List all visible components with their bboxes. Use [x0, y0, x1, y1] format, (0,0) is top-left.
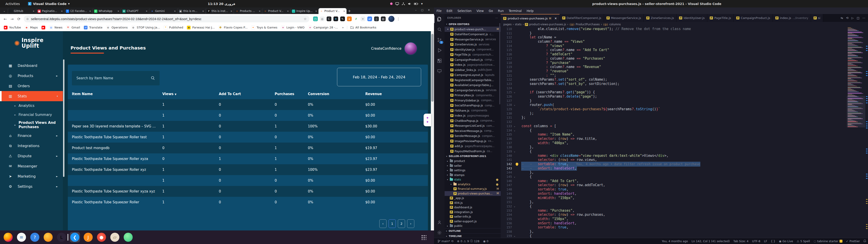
problems-indicator[interactable]: ⊗0 ⚠9 ⓘ128 [455, 239, 481, 243]
code-line[interactable]: 159⌄ { [501, 234, 868, 238]
dock-document-viewer[interactable]: ≡ [16, 232, 27, 242]
tree-item--app-js[interactable]: JS_app.js [445, 196, 501, 201]
menu-go[interactable]: Go [486, 9, 495, 13]
browser-tab[interactable]: f(2) Facebo...✕ [64, 8, 92, 14]
browser-tab[interactable]: Pthis is inst...✕ [206, 8, 234, 14]
breadcrumb-item[interactable]: pages [503, 23, 512, 26]
browser-tab[interactable]: ▣this is m...✕ [177, 8, 206, 14]
breadcrumb-item[interactable]: ProductPurchases [576, 23, 600, 26]
code-line[interactable]: 120 ? "revenue" [501, 69, 868, 73]
bookmark-item[interactable]: ◍STOP Using Ja... [131, 26, 160, 30]
tab-close-icon[interactable]: ✕ [174, 10, 176, 12]
bookmark-item[interactable]: ▤News [49, 26, 62, 30]
project-header[interactable]: SELLER-STOREFRONT-2021 [449, 155, 486, 158]
code-line[interactable]: 144 }, [501, 170, 868, 175]
bookmark-item[interactable]: ▶YouTube [4, 26, 21, 30]
sidebar-item-dispute[interactable]: ⚠Dispute► [0, 151, 63, 161]
fold-icon[interactable]: ⌄ [514, 103, 515, 107]
code-line[interactable]: 111 } [501, 31, 868, 35]
bookmark-item[interactable]: ☻Flavio Copes P... [218, 26, 248, 30]
code-editor[interactable]: 110 ele.classList.remove("view-request")… [501, 27, 868, 238]
open-editor-item[interactable]: JSImagePreviewPopup.jsco... [445, 139, 501, 144]
dock-firefox[interactable] [3, 232, 13, 242]
sidebar-subitem[interactable]: Analytics [0, 101, 63, 110]
menu-run[interactable]: Run [495, 9, 506, 13]
timeline-header[interactable]: TIMELINE [449, 235, 462, 238]
breadcrumb[interactable]: pages›stats›JSproduct-views-purchases.js… [501, 22, 868, 27]
editor-tab[interactable]: JSZoneServices.js [644, 14, 677, 22]
picker-ext[interactable]: + [361, 17, 365, 21]
table-row[interactable]: Plastic Toothpaste Tube Squeezer Roller … [68, 164, 428, 175]
column-header[interactable]: Add To Cart [219, 92, 275, 96]
editor-tab[interactable]: JSindex.js.../inventory [773, 14, 811, 22]
status-go-live[interactable]: ◉Go Live [777, 240, 795, 243]
all-bookmarks-button[interactable]: All Bookmarks [347, 26, 376, 29]
tree-item-stamps[interactable]: ▸stamps [445, 173, 501, 177]
maximize-button[interactable]: ▢ [421, 8, 423, 11]
code-line[interactable]: 113 column?.name == "Views" [501, 39, 868, 44]
code-line[interactable]: 116 ? "addToCart" [501, 52, 868, 57]
code-line[interactable]: 138 }, [501, 145, 868, 149]
system-tray[interactable]: ▼ [390, 0, 423, 7]
dock-files[interactable]: ▱ [110, 232, 120, 242]
dock-rhythmbox[interactable] [43, 232, 53, 242]
table-row[interactable]: 1000%$0.00 [68, 99, 428, 110]
editor-tab[interactable]: JSproduct-views-purchases.jsM✕ [501, 14, 560, 22]
open-editor-item[interactable]: JSDateFilterComponent.jsc... [445, 32, 501, 37]
code-line[interactable]: 134⌄ { [501, 128, 868, 133]
overview-ruler[interactable] [865, 27, 868, 238]
code-line[interactable]: 157 sortable: true, [501, 225, 868, 230]
tab-close-icon[interactable]: ✕ [33, 10, 35, 12]
page-button-2[interactable]: 2 [398, 219, 405, 228]
scrollbar-thumb[interactable] [431, 34, 434, 102]
tab-close-icon[interactable]: ✕ [230, 10, 232, 12]
profile-avatar[interactable] [388, 16, 395, 22]
reader-ext[interactable]: ▤ [381, 17, 385, 21]
site-settings-icon[interactable]: ⊙ [26, 18, 29, 21]
code-line[interactable]: 123 searchParams?.set("sort_by", sortDir… [501, 82, 868, 86]
tree-item-dashboard-js[interactable]: JSdashboard.js [445, 205, 501, 210]
status--[interactable]: { } [769, 240, 777, 243]
tab-close-icon[interactable]: ✕ [118, 10, 119, 12]
menu-edit[interactable]: Edit [444, 9, 455, 13]
sidebar-item-finance[interactable]: ⌂Finance► [0, 130, 63, 141]
code-line[interactable]: 118 ? "purchase" [501, 61, 868, 65]
column-header[interactable]: Views ▼ [162, 92, 219, 96]
code-line[interactable]: 132 [501, 120, 868, 124]
sidebar-item-settings[interactable]: ⚙Settings► [0, 181, 63, 191]
code-line[interactable]: 114 ? "views" [501, 44, 868, 48]
code-line[interactable]: 122 searchParams?.set("sort_of", colName… [501, 78, 868, 82]
address-bar[interactable]: ⊙ sellercentral.itdeptiu.com/stats/produ… [24, 16, 309, 22]
status-lf[interactable]: LF [762, 240, 769, 243]
fold-icon[interactable]: ⌄ [514, 175, 515, 179]
code-line[interactable]: 119 : column?.name == "Revenue" [501, 65, 868, 69]
tree-item-404-js[interactable]: JS404.js [445, 201, 501, 205]
settings-gear-icon[interactable] [434, 227, 445, 238]
clock[interactable]: 11:13 20 فروری [199, 2, 244, 6]
editor-tab[interactable]: JSIdentityUser.js [677, 14, 707, 22]
minimize-button[interactable]: – [415, 8, 416, 11]
sidebar-item-stats[interactable]: ▥Stats▾ [0, 91, 63, 101]
breadcrumb-item[interactable]: product-views-purchases.js [529, 23, 566, 26]
open-editor-item[interactable]: JSindex.jspages/product/inve... [445, 62, 501, 67]
fold-icon[interactable]: ⌄ [514, 128, 515, 133]
code-line[interactable]: 124 [501, 86, 868, 90]
tree-item-product-views-purchas---[interactable]: JSproduct-views-purchas...M [445, 191, 501, 196]
prev-page-button[interactable]: ‹ [379, 219, 386, 228]
remote-explorer-icon[interactable] [434, 66, 445, 77]
code-line[interactable]: 130 ); [501, 111, 868, 116]
sidebar-item-products[interactable]: ◎Products► [0, 71, 63, 81]
code-line[interactable]: 121 : ""; [501, 73, 868, 78]
open-editor-item[interactable]: JSCampaignsLayout.jslayouts [445, 72, 501, 78]
clipboard-ext[interactable]: ▯ [374, 17, 379, 21]
dock-help[interactable]: ? [30, 232, 40, 242]
bookmark-item[interactable]: ◉Parwaaz Hai J... [187, 26, 215, 30]
browser-tab[interactable]: ✧Products ...✕ [234, 8, 262, 14]
account-avatar[interactable] [404, 42, 417, 55]
code-line[interactable]: 135 name: "Item Name", [501, 132, 868, 137]
code-line[interactable]: 141 selector: (row) => row.views, [501, 158, 868, 162]
table-row[interactable]: Plastic Toothpaste Tube Squeezer Roller … [68, 132, 428, 143]
code-line[interactable]: 153 name: "Purchases", [501, 209, 868, 213]
open-editor-item[interactable]: JSCampaignProduct.jscomp... [445, 57, 501, 62]
code-line[interactable]: 148 sortable: true, [501, 187, 868, 191]
